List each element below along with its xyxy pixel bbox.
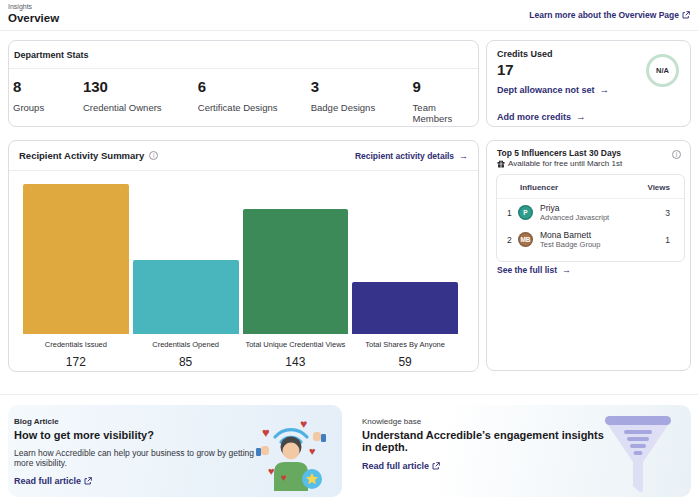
credits-value: 17: [497, 61, 514, 78]
bar-category-label: Credentials Issued: [23, 340, 129, 349]
page-title: Overview: [8, 12, 59, 24]
bar-total-shares-by-anyone[interactable]: [352, 282, 458, 334]
credits-gauge: N/A: [646, 54, 679, 87]
bar-value: 143: [243, 355, 349, 369]
influencer-name: Mona Barnett: [540, 230, 600, 240]
stat-label: Groups: [13, 102, 83, 113]
blog-read-article-label: Read full article: [14, 476, 81, 486]
bar-value: 172: [23, 355, 129, 369]
svg-text:♥: ♥: [309, 445, 316, 457]
stat-label: Badge Designs: [311, 102, 413, 113]
chart-column: Credentials Opened85: [133, 181, 239, 369]
external-link-icon: [84, 477, 92, 485]
funnel-illustration: [601, 411, 675, 497]
bar-total-unique-credential-views[interactable]: [243, 209, 349, 334]
bar-value: 85: [133, 355, 239, 369]
kb-read-article-label: Read full article: [362, 461, 429, 471]
influencers-subtitle: Available for free until March 1st: [508, 159, 622, 168]
stat-value: 3: [311, 78, 413, 95]
stat-label: Credential Owners: [83, 102, 198, 113]
external-link-icon: [432, 462, 440, 470]
bar-value: 59: [352, 355, 458, 369]
knowledge-base-card: Knowledge base Understand Accredible’s e…: [357, 405, 691, 497]
visibility-illustration: ♥ ♥ ♥ ♥ ♥: [254, 415, 328, 491]
influencers-title: Top 5 Influencers Last 30 Days: [497, 148, 621, 158]
views-value: 1: [665, 235, 670, 245]
blog-kicker: Blog Article: [14, 417, 264, 426]
info-icon[interactable]: [149, 151, 158, 160]
credits-used-card: Credits Used 17 Dept allowance not set A…: [486, 40, 691, 127]
chart-column: Total Shares By Anyone59: [352, 181, 458, 369]
bar-category-label: Total Unique Credential Views: [243, 340, 349, 349]
influencer-name: Priya: [540, 203, 609, 213]
bar-credentials-opened[interactable]: [133, 260, 239, 334]
stat-value: 130: [83, 78, 198, 95]
influencers-table: Influencer Views 1 P Priya Advanced Java…: [496, 174, 685, 262]
bar-category-label: Total Shares By Anyone: [352, 340, 458, 349]
rank: 1: [507, 208, 518, 218]
stat-value: 6: [198, 78, 311, 95]
stat-badge-designs: 3 Badge Designs: [311, 78, 413, 124]
col-influencer: Influencer: [520, 183, 558, 192]
stat-groups: 8 Groups: [13, 78, 83, 124]
kb-title: Understand Accredible’s engagement insig…: [362, 429, 612, 453]
views-value: 3: [665, 208, 670, 218]
info-icon[interactable]: [672, 150, 681, 159]
chart-column: Credentials Issued172: [23, 181, 129, 369]
kb-kicker: Knowledge base: [362, 417, 612, 426]
department-stats-card: Department Stats 8 Groups 130 Credential…: [8, 40, 479, 127]
blog-title: How to get more visibility?: [14, 429, 264, 441]
recipient-activity-card: Recipient Activity Summary Recipient act…: [8, 140, 479, 372]
thumbs-up-icon: [313, 432, 326, 442]
svg-text:♥: ♥: [262, 425, 270, 440]
avatar: MB: [518, 232, 533, 247]
kb-read-article-link[interactable]: Read full article: [362, 461, 440, 471]
influencer-group: Advanced Javascript: [540, 213, 609, 222]
stat-value: 9: [413, 78, 478, 95]
stat-credential-owners: 130 Credential Owners: [83, 78, 198, 124]
thumbs-up-icon: [256, 446, 269, 456]
learn-more-label: Learn more about the Overview Page: [529, 10, 679, 20]
svg-text:♥: ♥: [281, 472, 287, 483]
avatar: P: [518, 205, 533, 220]
gift-icon: [497, 160, 505, 168]
table-row: 2 MB Mona Barnett Test Badge Group 1: [497, 226, 684, 253]
top-influencers-card: Top 5 Influencers Last 30 Days Available…: [486, 140, 691, 371]
bar-category-label: Credentials Opened: [133, 340, 239, 349]
section-divider: [0, 394, 698, 395]
credits-gauge-label: N/A: [656, 66, 669, 75]
chart-column: Total Unique Credential Views143: [243, 181, 349, 369]
external-link-icon: [682, 11, 690, 19]
stat-value: 8: [13, 78, 83, 95]
stat-label: Certificate Designs: [198, 102, 311, 113]
blog-article-card: Blog Article How to get more visibility?…: [8, 405, 342, 497]
credits-title: Credits Used: [497, 49, 553, 59]
learn-more-link[interactable]: Learn more about the Overview Page: [529, 10, 690, 20]
svg-text:♥: ♥: [268, 465, 275, 477]
table-row: 1 P Priya Advanced Javascript 3: [497, 199, 684, 226]
department-stats-row: 8 Groups 130 Credential Owners 6 Certifi…: [9, 69, 478, 124]
see-full-list-link[interactable]: See the full list: [497, 265, 571, 275]
col-views: Views: [647, 183, 670, 192]
recipient-activity-details-link[interactable]: Recipient activity details: [355, 151, 468, 161]
recipient-activity-title: Recipient Activity Summary: [19, 150, 144, 161]
svg-text:♥: ♥: [300, 417, 307, 431]
stat-certificate-designs: 6 Certificate Designs: [198, 78, 311, 124]
breadcrumb: Insights: [8, 3, 32, 10]
stat-label: Team Members: [413, 102, 478, 124]
blog-body: Learn how Accredible can help your busin…: [14, 448, 264, 468]
influencer-group: Test Badge Group: [540, 240, 600, 249]
rank: 2: [507, 235, 518, 245]
department-stats-title: Department Stats: [9, 41, 478, 69]
dept-allowance-link[interactable]: Dept allowance not set: [497, 84, 609, 95]
bar-credentials-issued[interactable]: [23, 184, 129, 334]
add-more-credits-link[interactable]: Add more credits: [497, 111, 585, 122]
blog-read-article-link[interactable]: Read full article: [14, 476, 92, 486]
header-divider: [0, 30, 698, 31]
activity-bar-chart: Credentials Issued172Credentials Opened8…: [23, 181, 458, 369]
stat-team-members: 9 Team Members: [413, 78, 478, 124]
